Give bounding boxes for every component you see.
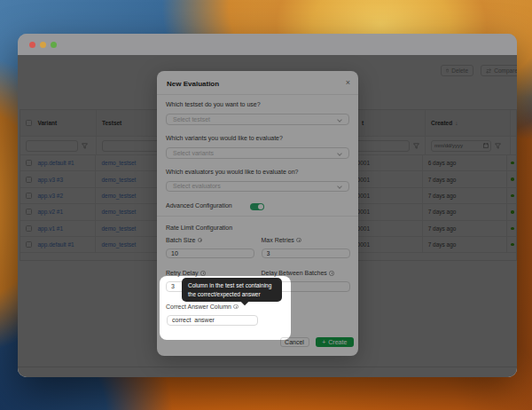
testset-select-placeholder: Select testset xyxy=(173,116,210,122)
correct-answer-column-input[interactable] xyxy=(167,315,258,326)
close-icon[interactable]: × xyxy=(346,78,350,87)
app-window: Delete Compare Variant Testset t Created… xyxy=(18,34,517,377)
batch-size-label: Batch Size xyxy=(166,237,202,243)
cancel-button[interactable]: Cancel xyxy=(280,337,309,348)
chevron-down-icon xyxy=(337,117,342,122)
batch-size-input[interactable] xyxy=(166,248,254,259)
info-icon[interactable] xyxy=(198,238,203,243)
delay-between-batches-label: Delay Between Batches xyxy=(262,270,334,276)
variants-select[interactable]: Select variants xyxy=(166,147,349,159)
toggle-knob xyxy=(258,204,264,210)
evaluators-question-label: Which evaluators you would like to evalu… xyxy=(166,169,298,175)
variants-select-placeholder: Select variants xyxy=(173,150,214,156)
testset-select[interactable]: Select testset xyxy=(166,114,349,125)
evaluators-select[interactable]: Select evaluators xyxy=(166,181,349,193)
tour-tooltip-text: Column in the test set containing the co… xyxy=(188,282,271,297)
zoom-window-icon[interactable] xyxy=(51,42,57,48)
chevron-down-icon xyxy=(337,151,342,156)
variants-question-label: Which variants you would like to evaluat… xyxy=(166,135,283,141)
correct-answer-column-label: Correct Answer Column xyxy=(166,304,239,310)
new-evaluation-modal: New Evaluation × Which testset do you wa… xyxy=(157,71,358,356)
desktop-wallpaper: Delete Compare Variant Testset t Created… xyxy=(0,0,532,410)
rate-limit-section-title: Rate Limit Configuration xyxy=(166,225,232,231)
retry-delay-label: Retry Delay xyxy=(166,270,206,276)
minimize-window-icon[interactable] xyxy=(40,42,46,48)
info-icon[interactable] xyxy=(296,238,301,243)
tour-tooltip: Column in the test set containing the co… xyxy=(182,278,282,302)
close-window-icon[interactable] xyxy=(29,42,35,48)
advanced-configuration-toggle[interactable] xyxy=(250,203,264,211)
max-retries-label: Max Retries xyxy=(262,237,301,243)
create-button[interactable]: + Create xyxy=(316,337,354,348)
divider xyxy=(157,94,358,95)
app-content: Delete Compare Variant Testset t Created… xyxy=(18,55,517,377)
advanced-configuration-label: Advanced Configuration xyxy=(166,202,232,209)
info-icon[interactable] xyxy=(329,271,334,276)
divider xyxy=(157,216,358,217)
modal-title: New Evaluation xyxy=(167,80,219,88)
max-retries-input[interactable] xyxy=(262,248,350,259)
window-titlebar xyxy=(18,34,517,55)
info-icon[interactable] xyxy=(200,271,206,276)
testset-question-label: Which testset do you want to use? xyxy=(166,101,261,107)
info-icon[interactable] xyxy=(233,304,239,310)
chevron-down-icon xyxy=(337,184,342,189)
plus-icon: + xyxy=(322,339,325,345)
evaluators-select-placeholder: Select evaluators xyxy=(173,183,221,189)
